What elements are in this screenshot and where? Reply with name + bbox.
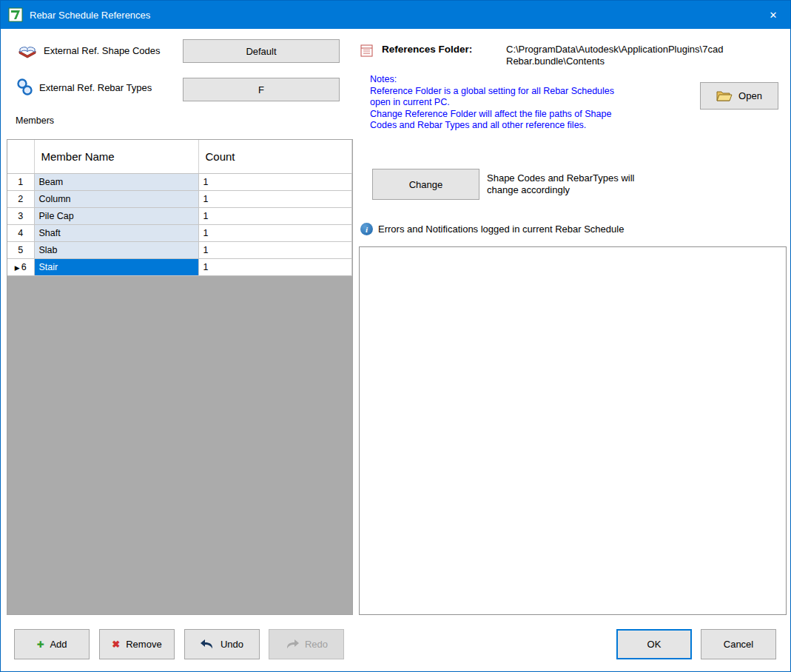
row-header-cell[interactable]: ▶2 <box>7 190 34 207</box>
count-cell[interactable]: 1 <box>198 258 352 275</box>
open-button[interactable]: Open <box>700 82 778 110</box>
close-icon[interactable]: ✕ <box>756 1 790 29</box>
table-row[interactable]: ▶4 Shaft 1 <box>7 224 352 241</box>
column-header-count[interactable]: Count <box>198 140 352 173</box>
table-row[interactable]: ▶1 Beam 1 <box>7 173 352 190</box>
member-name-cell[interactable]: Beam <box>34 173 198 190</box>
rebar-rings-icon <box>16 78 35 97</box>
row-header-cell[interactable]: ▶1 <box>7 173 34 190</box>
rebar-schedule-references-dialog: Rebar Schedule References ✕ External Ref… <box>0 0 791 672</box>
row-number: 4 <box>18 228 23 238</box>
references-folder-row: References Folder: C:\ProgramData\Autode… <box>360 44 732 68</box>
notes-text: Notes: Reference Folder is a global sett… <box>370 74 645 132</box>
count-cell[interactable]: 1 <box>198 190 352 207</box>
app-icon <box>8 7 23 22</box>
table-row[interactable]: ▶2 Column 1 <box>7 190 352 207</box>
members-table-body: ▶1 Beam 1 ▶2 Column 1 ▶3 Pile Cap 1 ▶4 S… <box>7 173 352 275</box>
members-grid[interactable]: Member Name Count ▶1 Beam 1 ▶2 Column 1 … <box>7 139 353 615</box>
shape-codes-row: External Ref. Shape Codes <box>17 42 161 58</box>
column-header-member-name[interactable]: Member Name <box>34 140 198 173</box>
redo-button[interactable]: Redo <box>269 629 344 659</box>
member-name-cell[interactable]: Column <box>34 190 198 207</box>
current-row-marker-icon: ▶ <box>15 264 20 272</box>
table-row[interactable]: ▶5 Slab 1 <box>7 241 352 258</box>
member-name-cell[interactable]: Stair <box>34 258 198 275</box>
errors-info-row: i Errors and Notifications logged in cur… <box>360 223 624 235</box>
ok-button[interactable]: OK <box>616 629 692 659</box>
plus-icon: ✚ <box>36 639 44 650</box>
row-header-column[interactable] <box>7 140 34 173</box>
count-cell[interactable]: 1 <box>198 173 352 190</box>
row-number: 3 <box>18 211 23 221</box>
undo-arrow-icon <box>201 639 215 649</box>
count-cell[interactable]: 1 <box>198 207 352 224</box>
count-cell[interactable]: 1 <box>198 224 352 241</box>
members-label: Members <box>16 115 54 126</box>
row-number: 1 <box>18 177 23 187</box>
change-button[interactable]: Change <box>372 169 479 200</box>
rebar-types-f-button[interactable]: F <box>183 78 340 101</box>
row-number: 2 <box>18 194 23 204</box>
row-header-cell[interactable]: ▶6 <box>7 258 34 275</box>
open-button-label: Open <box>738 90 762 101</box>
redo-button-label: Redo <box>305 639 328 650</box>
row-number: 5 <box>18 245 23 255</box>
count-cell[interactable]: 1 <box>198 241 352 258</box>
row-header-cell[interactable]: ▶4 <box>7 224 34 241</box>
table-row[interactable]: ▶6 Stair 1 <box>7 258 352 275</box>
shape-codes-label: External Ref. Shape Codes <box>44 45 161 56</box>
member-name-cell[interactable]: Shaft <box>34 224 198 241</box>
row-header-cell[interactable]: ▶3 <box>7 207 34 224</box>
rebar-types-row: External Ref. Rebar Types <box>16 78 152 97</box>
titlebar[interactable]: Rebar Schedule References ✕ <box>1 1 790 29</box>
add-button-label: Add <box>50 639 67 650</box>
row-number: 6 <box>21 262 27 272</box>
cancel-button[interactable]: Cancel <box>701 629 776 659</box>
references-folder-label: References Folder: <box>382 44 499 55</box>
member-name-cell[interactable]: Pile Cap <box>34 207 198 224</box>
remove-button-label: Remove <box>126 639 161 650</box>
errors-label: Errors and Notifications logged in curre… <box>378 224 624 235</box>
undo-button-label: Undo <box>221 639 243 650</box>
book-icon <box>17 42 38 58</box>
redo-arrow-icon <box>285 639 299 649</box>
open-folder-icon <box>716 90 733 102</box>
member-name-cell[interactable]: Slab <box>34 241 198 258</box>
table-row[interactable]: ▶3 Pile Cap 1 <box>7 207 352 224</box>
add-button[interactable]: ✚ Add <box>14 629 90 659</box>
members-table: Member Name Count ▶1 Beam 1 ▶2 Column 1 … <box>7 140 352 276</box>
shape-codes-default-button[interactable]: Default <box>183 39 340 63</box>
red-x-icon: ✖ <box>112 639 120 650</box>
undo-button[interactable]: Undo <box>184 629 260 659</box>
window-title: Rebar Schedule References <box>30 10 150 21</box>
remove-button[interactable]: ✖ Remove <box>99 629 175 659</box>
rebar-types-label: External Ref. Rebar Types <box>39 82 152 93</box>
row-header-cell[interactable]: ▶5 <box>7 241 34 258</box>
info-icon: i <box>360 223 373 235</box>
errors-log-panel <box>359 246 787 615</box>
references-folder-path: C:\ProgramData\Autodesk\ApplicationPlugi… <box>506 44 732 68</box>
change-note-text: Shape Codes and RebarTypes will change a… <box>487 172 664 197</box>
schedule-form-icon <box>360 44 373 57</box>
